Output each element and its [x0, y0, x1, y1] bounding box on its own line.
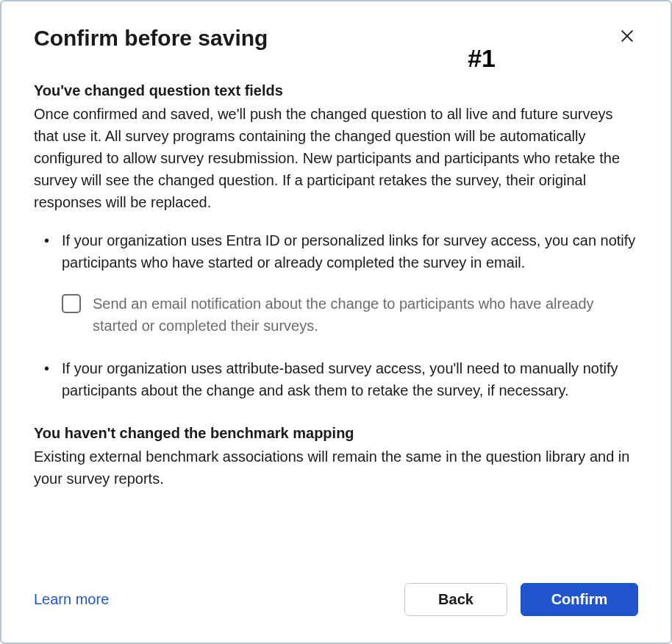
bullet1-text: If your organization uses Entra ID or pe… [62, 232, 635, 271]
dialog-body: You've changed question text fields Once… [34, 79, 638, 548]
back-button[interactable]: Back [404, 583, 507, 616]
dialog-title: Confirm before saving [34, 25, 268, 51]
dialog-header: Confirm before saving [34, 25, 638, 51]
bullet-item-2: If your organization uses attribute-base… [62, 357, 638, 401]
section2: You haven't changed the benchmark mappin… [34, 422, 638, 490]
learn-more-link[interactable]: Learn more [34, 591, 109, 608]
notify-checkbox[interactable] [62, 294, 81, 313]
section1-text: Once confirmed and saved, we'll push the… [34, 103, 638, 213]
bullet-list: If your organization uses Entra ID or pe… [34, 229, 638, 401]
close-icon [619, 28, 635, 46]
dialog-footer: Learn more Back Confirm [34, 583, 638, 616]
checkbox-label: Send an email notification about the cha… [93, 293, 638, 337]
annotation-label: #1 [468, 44, 496, 73]
section1-heading: You've changed question text fields [34, 79, 638, 101]
confirm-dialog: Confirm before saving #1 You've changed … [0, 0, 672, 644]
bullet2-text: If your organization uses attribute-base… [62, 360, 618, 398]
section2-heading: You haven't changed the benchmark mappin… [34, 422, 638, 444]
bullet-item-1: If your organization uses Entra ID or pe… [62, 229, 638, 337]
checkbox-row: Send an email notification about the cha… [62, 293, 638, 337]
close-button[interactable] [616, 25, 638, 49]
section2-text: Existing external benchmark associations… [34, 446, 638, 490]
footer-buttons: Back Confirm [404, 583, 638, 616]
confirm-button[interactable]: Confirm [521, 583, 638, 616]
